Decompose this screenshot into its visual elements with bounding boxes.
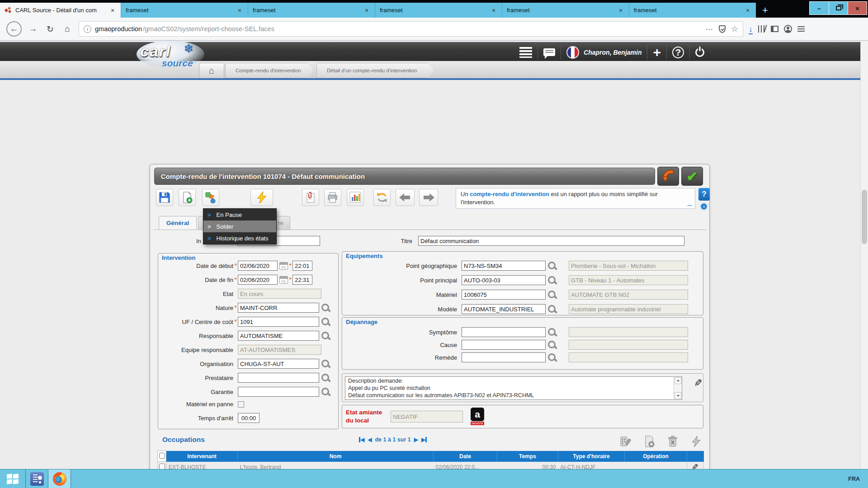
tab-close-icon[interactable]: × (744, 7, 751, 14)
browser-tab[interactable]: frameset× (248, 3, 375, 18)
browser-tab-active[interactable]: CARL Source - Détail d'un com × (0, 3, 121, 18)
lookup-icon[interactable] (321, 303, 330, 313)
taskbar-firefox-button[interactable] (48, 469, 71, 488)
col-operation[interactable]: Opération (625, 451, 687, 462)
browser-tab[interactable]: frameset× (629, 3, 756, 18)
col-date[interactable]: Date (434, 451, 497, 462)
heure-debut-input[interactable] (292, 261, 312, 271)
modele-input[interactable] (462, 304, 546, 314)
back-button[interactable]: ← (6, 21, 22, 37)
symptome-input[interactable] (462, 327, 546, 337)
col-temps[interactable]: Temps (497, 451, 558, 462)
validate-button[interactable]: ✔ (681, 167, 703, 186)
col-intervenant[interactable]: Intervenant (166, 451, 238, 462)
contextual-help-button[interactable]: ? (698, 188, 710, 201)
scroll-down-icon[interactable] (675, 392, 681, 399)
tab-close-icon[interactable]: × (490, 7, 497, 14)
pocket-icon[interactable] (719, 25, 726, 33)
app-menu-icon[interactable] (519, 47, 532, 58)
breadcrumb-item[interactable]: Détail d'un compte-rendu d'intervention (316, 63, 434, 78)
lookup-icon[interactable] (321, 373, 330, 383)
scroll-up-icon[interactable] (675, 377, 681, 384)
attachments-button[interactable] (302, 189, 319, 206)
nature-input[interactable] (238, 303, 319, 313)
select-all-checkbox[interactable] (159, 453, 165, 459)
menu-item-solder[interactable]: >Solder (203, 221, 276, 232)
prev-page-icon[interactable]: ◀ (368, 436, 372, 443)
page-actions-icon[interactable]: ··· (706, 26, 713, 33)
reload-button[interactable]: ↻ (44, 24, 56, 34)
lookup-icon[interactable] (321, 359, 330, 369)
tab-close-icon[interactable]: × (363, 7, 370, 14)
date-fin-input[interactable] (238, 275, 278, 285)
logout-power-icon[interactable] (695, 48, 704, 57)
user-name[interactable]: Chapron, Benjamin (584, 49, 642, 56)
save-button[interactable] (156, 189, 173, 206)
occupation-workflow-button[interactable] (689, 434, 704, 449)
batch-edit-button[interactable] (618, 434, 633, 449)
messages-icon[interactable] (543, 48, 555, 56)
materiel-input[interactable] (462, 290, 546, 300)
menu-icon[interactable] (797, 26, 805, 32)
lookup-icon[interactable] (321, 331, 330, 341)
add-occupation-button[interactable] (642, 434, 657, 449)
bookmark-star-icon[interactable]: ☆ (731, 24, 738, 34)
help-more-link[interactable]: ... (687, 200, 692, 208)
next-page-icon[interactable]: ▶ (414, 436, 418, 443)
language-indicator[interactable]: FRA (848, 469, 868, 488)
cause-input[interactable] (462, 340, 546, 350)
tab-close-icon[interactable]: × (236, 7, 243, 14)
col-nom[interactable]: Nom (238, 451, 434, 462)
language-flag-icon[interactable] (566, 46, 579, 59)
lookup-icon[interactable] (547, 352, 557, 362)
edit-description-icon[interactable]: ✎ (694, 377, 702, 389)
uf-input[interactable] (238, 317, 319, 327)
change-status-button[interactable] (202, 189, 219, 206)
remede-input[interactable] (462, 352, 546, 362)
date-debut-input[interactable] (238, 261, 278, 271)
url-bar[interactable]: i gmaoproduction/gmaoCS02/system/report-… (79, 21, 743, 37)
point-principal-input[interactable] (462, 275, 546, 285)
browser-tab[interactable]: frameset× (121, 3, 248, 18)
print-button[interactable] (324, 189, 341, 206)
previous-record-button[interactable] (396, 189, 415, 206)
menu-item-historique[interactable]: >Historique des états (203, 232, 276, 244)
heure-fin-input[interactable] (292, 275, 312, 285)
window-close-button[interactable]: × (848, 2, 867, 14)
library-icon[interactable] (758, 25, 765, 33)
refresh-button[interactable] (373, 189, 391, 206)
downloads-icon[interactable]: ↓ (749, 24, 753, 34)
start-button[interactable] (0, 469, 26, 488)
help-link[interactable]: compte-rendu d'intervention (470, 191, 549, 197)
next-record-button[interactable] (419, 189, 438, 206)
calendar-icon[interactable]: 01 (279, 262, 288, 270)
help-dot-button[interactable]: o (700, 203, 708, 210)
new-tab-button[interactable]: + (756, 3, 774, 18)
breadcrumb-item[interactable]: Compte-rendu d'intervention (225, 63, 313, 78)
forward-button[interactable]: → (27, 24, 39, 34)
sidebar-icon[interactable] (771, 26, 778, 32)
col-type-horaire[interactable]: Type d'horaire (558, 451, 625, 462)
lookup-icon[interactable] (547, 275, 557, 285)
browser-tab[interactable]: frameset× (375, 3, 502, 18)
garantie-input[interactable] (238, 387, 319, 397)
scrollbar-thumb[interactable] (862, 190, 867, 244)
tab-general[interactable]: Général (159, 216, 197, 230)
point-geo-input[interactable] (462, 261, 546, 271)
window-minimize-button[interactable]: – (810, 2, 829, 14)
create-plus-icon[interactable]: + (653, 46, 661, 59)
taskbar-app-button[interactable] (26, 469, 48, 488)
last-page-icon[interactable]: ▶ (421, 436, 427, 443)
lookup-icon[interactable] (547, 304, 557, 314)
help-icon[interactable]: ? (672, 47, 684, 58)
browser-tab[interactable]: frameset× (502, 3, 629, 18)
first-page-icon[interactable]: ◀ (359, 436, 364, 443)
window-maximize-button[interactable] (829, 2, 848, 14)
calendar-icon[interactable]: 01 (279, 276, 288, 284)
materiel-panne-checkbox[interactable] (238, 401, 244, 408)
organisation-input[interactable] (238, 359, 319, 369)
responsable-input[interactable] (238, 331, 319, 341)
lookup-icon[interactable] (547, 290, 557, 300)
workflow-button[interactable] (250, 189, 273, 206)
site-info-icon[interactable]: i (84, 25, 91, 33)
